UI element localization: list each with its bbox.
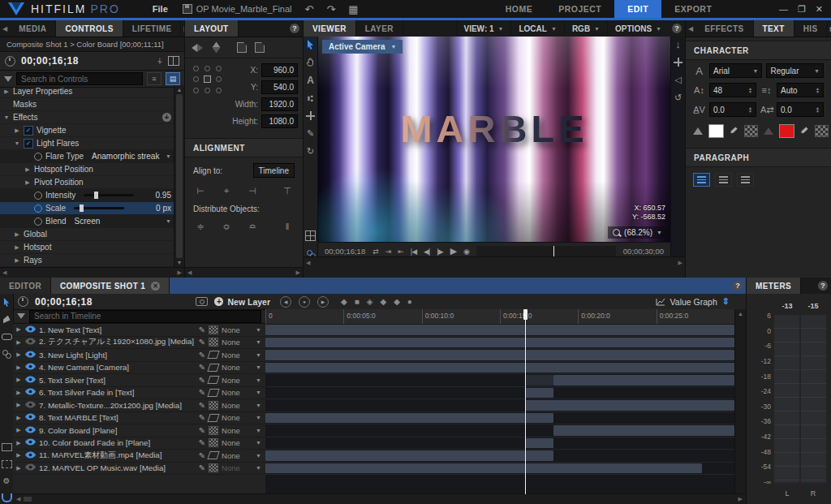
track-dropdown-value[interactable]: None [222, 463, 252, 472]
distribute-horizontal-icon[interactable]: ‖ [280, 221, 295, 232]
import-frame-icon[interactable]: ⇤ [398, 248, 403, 256]
track-row[interactable] [265, 399, 734, 412]
timeline-timecode[interactable]: 00;00;16;18 [35, 296, 93, 308]
nav-tab-edit[interactable]: EDIT [614, 0, 661, 18]
fit-timeline-icon[interactable]: ⇕ [722, 296, 730, 307]
plane-3d-icon[interactable] [207, 376, 219, 384]
fill-transparency-icon[interactable] [744, 125, 758, 137]
active-camera-dropdown[interactable]: Active Camera▼ [322, 40, 403, 54]
expand-arrow-icon[interactable]: ▶ [3, 88, 10, 95]
transform-tool-icon[interactable]: ⑆ [304, 92, 316, 104]
tree-row[interactable]: ▶Rays [0, 254, 174, 267]
edit-pencil-icon[interactable]: ✎ [199, 325, 205, 334]
options-dropdown[interactable]: OPTIONS▼ [607, 20, 669, 37]
stroke-transparency-icon[interactable] [815, 125, 829, 137]
align-top-icon[interactable]: ⊤ [280, 185, 295, 196]
layer-row[interactable]: ▶10. Color Board Fade in [Plane]✎None▼ [13, 437, 265, 450]
split-view-icon[interactable] [168, 56, 179, 66]
field-value-input[interactable]: 540.0 [261, 80, 298, 94]
dropdown-caret-icon[interactable]: ▼ [256, 465, 263, 471]
blend-checker-icon[interactable] [209, 463, 218, 472]
track-dropdown-value[interactable]: None [222, 325, 252, 334]
keyframe-toggle-icon[interactable] [34, 153, 42, 161]
dropdown-caret-icon[interactable]: ▼ [256, 327, 263, 333]
tab-layer[interactable]: LAYER [356, 20, 403, 37]
ram-preview-icon[interactable]: ◉ [463, 248, 469, 256]
align-left-icon[interactable]: ⊢ [193, 185, 208, 196]
clip-bar[interactable] [265, 413, 553, 424]
layer-row[interactable]: ▶4. New Camera [Camera]✎None▼ [13, 362, 265, 375]
font-family-dropdown[interactable]: Arial▼ [709, 63, 762, 78]
hand-tool-icon[interactable] [304, 56, 316, 68]
dropdown-caret-icon[interactable]: ▼ [256, 415, 263, 420]
file-menu[interactable]: File [153, 4, 168, 14]
workspace-grid-icon[interactable]: ▦ [348, 3, 358, 15]
playhead[interactable] [525, 309, 527, 494]
axis-space-dropdown[interactable]: LOCAL▼ [510, 20, 563, 37]
track-row[interactable] [265, 324, 734, 337]
edit-pencil-icon[interactable]: ✎ [199, 438, 205, 447]
clip-bar[interactable] [265, 338, 734, 348]
edit-pencil-icon[interactable]: ✎ [199, 426, 205, 435]
tree-row[interactable]: ▶Pivot Position [0, 176, 174, 189]
dolly-icon[interactable]: ↓ [672, 38, 684, 50]
play-icon[interactable]: ▶ [450, 246, 456, 256]
save-icon[interactable] [183, 4, 192, 14]
kerning-input[interactable]: 0.0▲▼ [709, 102, 756, 117]
text-tool-icon[interactable]: A [304, 74, 316, 86]
viewer-seek-bar[interactable] [476, 246, 616, 256]
pin-icon[interactable]: ⍭ [157, 56, 162, 67]
dropdown-caret-icon[interactable]: ▼ [256, 364, 263, 370]
visibility-eye-icon[interactable] [25, 363, 36, 372]
next-frame-icon[interactable]: |▶ [437, 248, 442, 256]
help-icon[interactable]: ? [818, 281, 828, 291]
layer-row[interactable]: ▶11. MARVEL素材動画.mp4 [Media]✎None▼ [13, 450, 265, 463]
expand-arrow-icon[interactable]: ▶ [15, 326, 22, 333]
visibility-eye-icon[interactable] [25, 401, 36, 410]
property-value[interactable]: 0.95 [156, 191, 171, 200]
layer-row[interactable]: ▶7. Metallic-Texture...20x1200.jpg [Medi… [13, 399, 265, 412]
font-size-input[interactable]: 48▲▼ [709, 83, 756, 97]
expand-arrow-icon[interactable]: ▶ [15, 402, 22, 408]
minimize-button[interactable]: — [779, 4, 788, 15]
clip-bar[interactable] [265, 363, 734, 373]
expand-arrow-icon[interactable]: ▶ [15, 415, 22, 421]
track-row[interactable] [265, 337, 734, 350]
plane-3d-icon[interactable] [207, 451, 219, 459]
align-right-icon[interactable]: ⊣ [245, 185, 260, 196]
property-dropdown-value[interactable]: Anamorphic streak [92, 152, 159, 161]
layer-row[interactable]: ▶8. Text MARBLE [Text]✎None▼ [13, 412, 265, 425]
dropdown-caret-icon[interactable]: ▼ [256, 453, 263, 459]
previous-keyframe-icon[interactable]: ◀ [280, 296, 291, 308]
pan-camera-icon[interactable] [672, 56, 684, 68]
tree-row[interactable]: ▶Hotspot Position [0, 163, 174, 176]
clip-bar[interactable] [553, 375, 734, 386]
nav-tab-home[interactable]: HOME [493, 0, 546, 18]
blend-checker-icon[interactable] [209, 426, 218, 435]
expand-arrow-icon[interactable]: ▶ [15, 440, 22, 446]
tab-media[interactable]: MEDIA [10, 20, 56, 37]
grid-overlay-icon[interactable] [304, 230, 316, 242]
field-value-input[interactable]: 1080.0 [261, 114, 298, 128]
help-icon[interactable]: ? [733, 281, 743, 291]
orbit-tool-icon[interactable]: ↻ [304, 145, 316, 157]
add-effect-icon[interactable]: + [162, 113, 171, 122]
blend-checker-icon[interactable] [209, 325, 218, 334]
keyframe-toggle-icon[interactable] [34, 218, 42, 226]
close-tab-icon[interactable]: ✕ [151, 282, 160, 291]
clip-bar[interactable] [525, 388, 554, 398]
flip-vertical-icon[interactable] [212, 42, 222, 54]
track-dropdown-value[interactable]: None [222, 401, 252, 410]
property-slider[interactable] [84, 194, 134, 196]
property-slider[interactable] [74, 207, 124, 209]
keyframe-hold-icon[interactable]: ■ [355, 297, 360, 306]
dropdown-caret-icon[interactable]: ▼ [256, 352, 263, 358]
track-row[interactable] [265, 450, 734, 463]
track-row[interactable] [265, 437, 734, 450]
tab-viewer[interactable]: VIEWER [304, 20, 356, 37]
tabs-scroll-right-icon[interactable]: ▶ [181, 20, 184, 37]
timeline-vertical-scrollbar[interactable]: ▲ [734, 309, 746, 494]
blend-checker-icon[interactable] [209, 338, 218, 347]
track-dropdown-value[interactable]: None [222, 451, 252, 460]
track-dropdown-value[interactable]: None [222, 426, 252, 435]
